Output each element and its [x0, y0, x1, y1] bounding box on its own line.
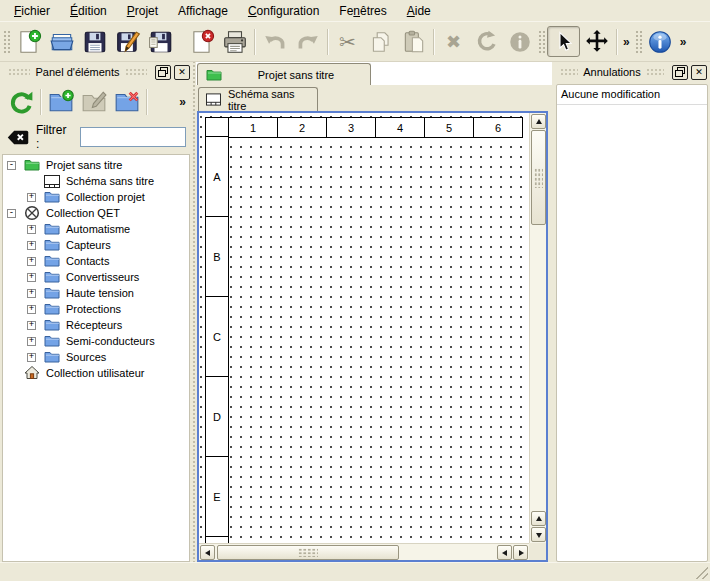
- tab-projet-sans-titre[interactable]: Projet sans titre: [197, 63, 371, 85]
- float-panel-button[interactable]: [155, 65, 171, 80]
- elements-panel-titlebar[interactable]: Panel d'éléments ✕: [0, 62, 193, 82]
- info-button[interactable]: [503, 26, 536, 57]
- menu-aide[interactable]: Aide: [397, 1, 441, 21]
- close-panel-button[interactable]: ✕: [691, 65, 707, 80]
- menu-projet[interactable]: Projet: [117, 1, 168, 21]
- print-button[interactable]: [218, 26, 251, 57]
- rotate-button[interactable]: [470, 26, 503, 57]
- redo-icon: [295, 29, 321, 55]
- collapse-expander[interactable]: -: [7, 161, 16, 170]
- vertical-scroll-thumb[interactable]: [531, 130, 546, 225]
- sheet-row-label: D: [205, 376, 229, 457]
- expand-expander[interactable]: +: [27, 225, 36, 234]
- toolbar-overflow-button[interactable]: »: [677, 35, 690, 49]
- edit-category-button[interactable]: [77, 86, 110, 118]
- folder-icon: [44, 221, 60, 237]
- save-button[interactable]: [78, 26, 111, 57]
- expand-expander[interactable]: +: [27, 289, 36, 298]
- panel-toolbar-overflow-button[interactable]: »: [176, 95, 189, 109]
- tree-item-project[interactable]: - Projet sans titre: [3, 157, 189, 173]
- save-as-button[interactable]: [111, 26, 144, 57]
- tree-item-capteurs[interactable]: + Capteurs: [3, 237, 189, 253]
- tree-item-label: Automatisme: [66, 223, 130, 235]
- tree-item-haute-tension[interactable]: + Haute tension: [3, 285, 189, 301]
- undo-panel-titlebar[interactable]: Annulations ✕: [552, 62, 710, 82]
- scroll-right-button[interactable]: [513, 545, 528, 560]
- save-all-icon: [148, 29, 174, 55]
- new-document-button[interactable]: [12, 26, 45, 57]
- menu-edition[interactable]: Édition: [60, 1, 117, 21]
- toolbar-overflow-button[interactable]: »: [620, 35, 633, 49]
- scroll-up-button[interactable]: [531, 114, 546, 129]
- delete-button[interactable]: ✖: [437, 26, 470, 57]
- menu-configuration[interactable]: Configuration: [238, 1, 329, 21]
- toolbar-drag-handle[interactable]: [634, 29, 643, 55]
- open-button[interactable]: [45, 26, 78, 57]
- tab-schema-sans-titre[interactable]: Schéma sans titre: [198, 87, 318, 111]
- horizontal-scrollbar[interactable]: [199, 543, 529, 560]
- toolbar-drag-handle[interactable]: [2, 29, 11, 55]
- tree-item-collection-qet[interactable]: - Collection QET: [3, 205, 189, 221]
- scroll-up-button[interactable]: [531, 511, 546, 526]
- toolbar-drag-handle[interactable]: [537, 29, 546, 55]
- filter-input[interactable]: [80, 127, 186, 147]
- tree-item-label: Collection projet: [66, 191, 145, 203]
- info-icon: [507, 29, 533, 55]
- copy-button[interactable]: [364, 26, 397, 57]
- tree-item-semi-conducteurs[interactable]: + Semi-conducteurs: [3, 333, 189, 349]
- tree-item-contacts[interactable]: + Contacts: [3, 253, 189, 269]
- dock-splitter[interactable]: [191, 62, 195, 562]
- select-tool-button[interactable]: [547, 26, 580, 57]
- expand-expander[interactable]: +: [27, 321, 36, 330]
- tree-item-schema[interactable]: Schéma sans titre: [3, 173, 189, 189]
- window-resize-grip[interactable]: [695, 566, 708, 579]
- scroll-left-button[interactable]: [497, 545, 512, 560]
- collapse-expander[interactable]: -: [7, 209, 16, 218]
- tree-item-protections[interactable]: + Protections: [3, 301, 189, 317]
- paste-button[interactable]: [397, 26, 430, 57]
- horizontal-scroll-thumb[interactable]: [217, 545, 399, 560]
- expand-expander[interactable]: +: [27, 337, 36, 346]
- expand-expander[interactable]: +: [27, 353, 36, 362]
- tree-item-recepteurs[interactable]: + Récepteurs: [3, 317, 189, 333]
- redo-button[interactable]: [291, 26, 324, 57]
- expand-expander[interactable]: +: [27, 193, 36, 202]
- clear-filter-icon[interactable]: [7, 130, 29, 145]
- menu-fichier[interactable]: Fichier: [4, 1, 60, 21]
- close-panel-button[interactable]: ✕: [174, 65, 190, 80]
- tree-item-label: Semi-conducteurs: [66, 335, 155, 347]
- float-panel-button[interactable]: [672, 65, 688, 80]
- menu-affichage[interactable]: Affichage: [168, 1, 238, 21]
- undo-panel: Annulations ✕ Aucune modification: [552, 62, 710, 562]
- expand-expander[interactable]: +: [27, 257, 36, 266]
- project-tab-bar: Projet sans titre: [196, 62, 552, 85]
- tree-item-automatisme[interactable]: + Automatisme: [3, 221, 189, 237]
- schema-canvas[interactable]: 1 2 3 4 5 6 A B C D E: [199, 113, 529, 543]
- undo-list-item[interactable]: Aucune modification: [557, 85, 707, 105]
- arrow-down-icon: [536, 533, 542, 541]
- elements-panel-title: Panel d'éléments: [35, 66, 119, 78]
- expand-expander[interactable]: +: [27, 305, 36, 314]
- undo-history-list[interactable]: Aucune modification: [556, 84, 708, 562]
- schema-view: 1 2 3 4 5 6 A B C D E: [197, 111, 548, 562]
- cut-button[interactable]: ✂: [331, 26, 364, 57]
- sheet-row-label: C: [205, 296, 229, 377]
- move-tool-button[interactable]: [580, 26, 613, 57]
- tree-item-collection-utilisateur[interactable]: Collection utilisateur: [3, 365, 189, 381]
- scroll-down-button[interactable]: [531, 527, 546, 542]
- reload-collections-button[interactable]: [4, 86, 37, 118]
- vertical-scrollbar[interactable]: [529, 113, 546, 543]
- about-button[interactable]: [644, 26, 677, 57]
- expand-expander[interactable]: +: [27, 273, 36, 282]
- scroll-left-button[interactable]: [200, 545, 215, 560]
- close-document-button[interactable]: [185, 26, 218, 57]
- tree-item-convertisseurs[interactable]: + Convertisseurs: [3, 269, 189, 285]
- menu-fenetres[interactable]: Fenêtres: [329, 1, 396, 21]
- new-category-button[interactable]: [44, 86, 77, 118]
- undo-button[interactable]: [258, 26, 291, 57]
- tree-item-collection-projet[interactable]: + Collection projet: [3, 189, 189, 205]
- delete-category-button[interactable]: [110, 86, 143, 118]
- expand-expander[interactable]: +: [27, 241, 36, 250]
- save-all-button[interactable]: [144, 26, 177, 57]
- tree-item-sources[interactable]: + Sources: [3, 349, 189, 365]
